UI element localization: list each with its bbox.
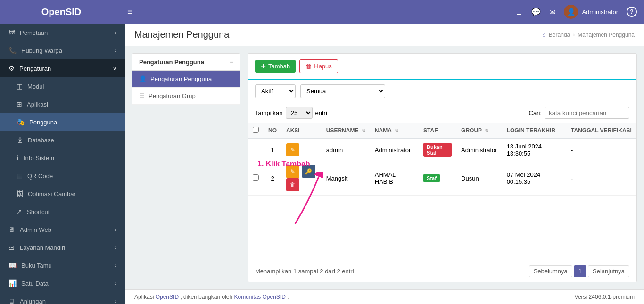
row2-staf-badge: Staf xyxy=(423,174,440,182)
table-wrapper: NO AKSI USERNAME ⇅ NAMA ⇅ ST xyxy=(248,123,636,261)
mail-icon[interactable]: ✉ xyxy=(549,8,555,16)
sidebar-item-pengguna[interactable]: 🎭 Pengguna xyxy=(0,113,125,131)
footer-opensid-link[interactable]: OpenSID xyxy=(156,294,179,300)
status-filter[interactable]: Aktif Nonaktif Semua xyxy=(255,84,296,98)
data-table: NO AKSI USERNAME ⇅ NAMA ⇅ ST xyxy=(248,123,636,196)
row2-key-button[interactable]: 🔑 xyxy=(302,165,315,178)
page-1-button[interactable]: 1 xyxy=(574,265,586,277)
help-icon[interactable]: ? xyxy=(627,7,637,17)
col-verif-label: TANGGAL VERIFIKASI xyxy=(571,127,632,134)
chat-icon[interactable]: 💬 xyxy=(531,8,541,16)
panel-menu-pengaturan-pengguna[interactable]: 👤 Pengaturan Pengguna xyxy=(132,71,240,88)
sidebar-label-satu-data: Satu Data xyxy=(21,280,49,287)
row1-no-value: 1 xyxy=(271,147,274,154)
sort-group-icon[interactable]: ⇅ xyxy=(485,128,488,133)
chevron-right-icon-2: › xyxy=(115,48,116,53)
entries-select[interactable]: 10 25 50 100 xyxy=(286,107,313,119)
sidebar-item-modul[interactable]: ◫ Modul xyxy=(0,77,125,95)
row2-tanggal-verifikasi: - xyxy=(566,161,636,196)
row1-nama: Administrator xyxy=(370,139,419,161)
service-icon: 🛎 xyxy=(8,244,15,251)
sidebar-label-pemetaan: Pemetaan xyxy=(20,29,48,36)
list-icon: ☰ xyxy=(139,92,145,99)
sidebar-item-buku-tamu[interactable]: 📖 Buku Tamu › xyxy=(0,256,125,274)
sidebar-label-layanan-mandiri: Layanan Mandiri xyxy=(20,244,65,251)
page-footer: Aplikasi OpenSID , dikembangkan oleh Kom… xyxy=(125,289,644,304)
col-aksi-label: AKSI xyxy=(286,127,300,134)
toolbar: ✚ Tambah 🗑 Hapus xyxy=(248,54,636,80)
sidebar-item-database[interactable]: 🗄 Database xyxy=(0,131,125,149)
sidebar-item-pemetaan[interactable]: 🗺 Pemetaan › xyxy=(0,24,125,41)
row2-delete-button[interactable]: 🗑 xyxy=(286,178,299,191)
info-icon: ℹ xyxy=(17,154,19,162)
row1-login-terakhir: 13 Juni 2024 13:30:55 xyxy=(502,139,566,161)
sidebar-item-shortcut[interactable]: ↗ Shortcut xyxy=(0,203,125,221)
sidebar-label-aplikasi: Aplikasi xyxy=(27,101,48,108)
sidebar-item-info-sistem[interactable]: ℹ Info Sistem xyxy=(0,149,125,167)
th-checkbox xyxy=(248,123,264,139)
print-icon[interactable]: 🖨 xyxy=(515,8,523,16)
row2-checkbox[interactable] xyxy=(253,174,259,181)
sidebar-item-hubung-warga[interactable]: 📞 Hubung Warga › xyxy=(0,41,125,59)
sidebar-label-admin-web: Admin Web xyxy=(20,226,51,233)
search-label: Cari: xyxy=(529,109,542,116)
footer-mid: , dikembangkan oleh xyxy=(180,294,234,300)
breadcrumb: ⌂ Beranda › Manajemen Pengguna xyxy=(543,32,635,38)
col-staf-label: STAF xyxy=(423,127,438,134)
group-filter[interactable]: Semua Administrator Dusun xyxy=(300,84,385,98)
anjungan-icon: 🖥 xyxy=(8,297,15,304)
add-button[interactable]: ✚ Tambah xyxy=(255,60,296,73)
sidebar-item-admin-web[interactable]: 🖥 Admin Web › xyxy=(0,221,125,238)
row1-edit-button[interactable]: ✎ xyxy=(286,143,299,156)
left-panel: Pengaturan Pengguna − 👤 Pengaturan Pengg… xyxy=(132,53,240,282)
right-panel: ✚ Tambah 🗑 Hapus Aktif Nonaktif Semua xyxy=(248,53,637,282)
row2-group: Dusun xyxy=(456,161,502,196)
footer-komunitas-link[interactable]: Komunitas OpenSID xyxy=(234,294,285,300)
row2-no-value: 2 xyxy=(271,175,274,182)
admin-name: Administrator xyxy=(582,8,618,16)
select-all-checkbox[interactable] xyxy=(253,127,259,133)
panel-collapse-button[interactable]: − xyxy=(230,58,233,66)
sidebar-item-optimasi-gambar[interactable]: 🖼 Optimasi Gambar xyxy=(0,185,125,203)
prev-page-button[interactable]: Sebelumnya xyxy=(529,265,572,277)
hamburger-icon[interactable]: ≡ xyxy=(127,7,132,17)
row2-edit-button[interactable]: ✎ xyxy=(286,165,299,178)
sidebar-label-optimasi-gambar: Optimasi Gambar xyxy=(28,190,76,197)
sidebar-item-satu-data[interactable]: 📊 Satu Data › xyxy=(0,274,125,292)
row1-actions: ✎ xyxy=(281,139,322,161)
th-login-terakhir: LOGIN TERAKHIR xyxy=(502,123,566,139)
row2-nama: AHMAD HABIB xyxy=(370,161,419,196)
sort-username-icon[interactable]: ⇅ xyxy=(362,128,365,133)
th-username: USERNAME ⇅ xyxy=(322,123,370,139)
sidebar-item-aplikasi[interactable]: ⊞ Aplikasi xyxy=(0,95,125,113)
sidebar-label-hubung-warga: Hubung Warga xyxy=(21,47,62,54)
sidebar: 🗺 Pemetaan › 📞 Hubung Warga › ⚙ Pengatur… xyxy=(0,24,125,304)
panel-menu-pengaturan-grup[interactable]: ☰ Pengaturan Grup xyxy=(132,88,240,105)
delete-button[interactable]: 🗑 Hapus xyxy=(299,59,338,73)
th-aksi: AKSI xyxy=(281,123,322,139)
page-title: Manajemen Pengguna xyxy=(134,29,229,40)
chevron-right-icon-anjungan: › xyxy=(115,298,116,304)
gear-icon: ⚙ xyxy=(8,65,15,72)
sidebar-label-buku-tamu: Buku Tamu xyxy=(21,262,52,269)
th-nama: NAMA ⇅ xyxy=(370,123,419,139)
next-page-button[interactable]: Selanjutnya xyxy=(588,265,629,277)
plus-icon: ✚ xyxy=(261,63,266,70)
table-row: 2 ✎ 🔑 🗑 Mangsit AHMAD HABIB xyxy=(248,161,636,196)
sidebar-item-qr-code[interactable]: ▦ QR Code xyxy=(0,167,125,185)
admin-menu[interactable]: 👤 Administrator xyxy=(564,5,618,19)
shortcut-icon: ↗ xyxy=(17,208,22,215)
show-entries: Tampilkan 10 25 50 100 entri xyxy=(255,107,327,119)
chevron-right-icon: › xyxy=(115,30,116,35)
search-input[interactable] xyxy=(545,107,629,119)
table-footer: Menampilkan 1 sampai 2 dari 2 entri Sebe… xyxy=(248,261,636,282)
footer-text: Aplikasi OpenSID , dikembangkan oleh Kom… xyxy=(134,294,289,300)
sidebar-item-anjungan[interactable]: 🖥 Anjungan › xyxy=(0,292,125,304)
sidebar-item-layanan-mandiri[interactable]: 🛎 Layanan Mandiri › xyxy=(0,238,125,256)
sidebar-item-pengaturan[interactable]: ⚙ Pengaturan ∨ xyxy=(0,59,125,77)
sort-nama-icon[interactable]: ⇅ xyxy=(395,128,398,133)
brand-logo: OpenSID xyxy=(7,7,116,17)
col-no-label: NO xyxy=(268,127,277,134)
row1-staf-badge: Bukan Staf xyxy=(423,143,452,157)
show-label: Tampilkan xyxy=(255,109,283,116)
